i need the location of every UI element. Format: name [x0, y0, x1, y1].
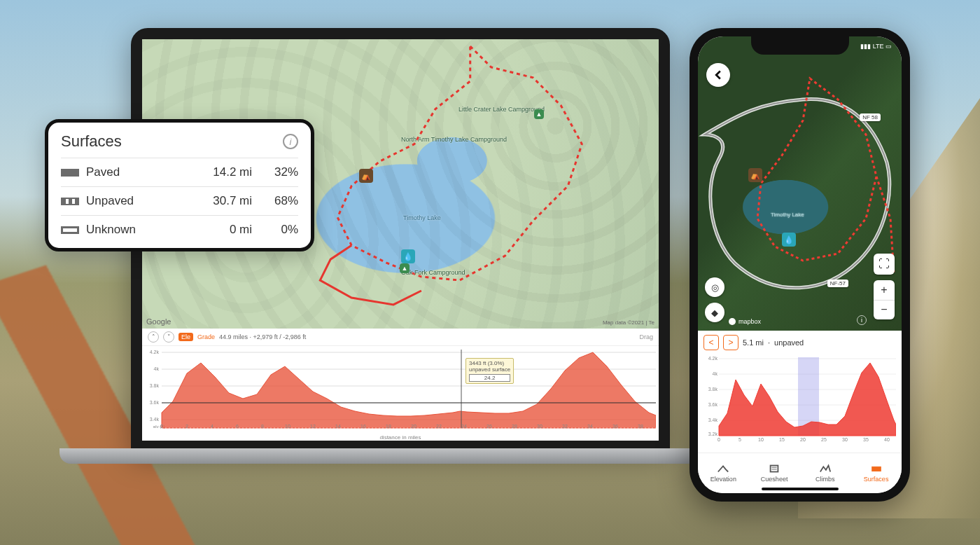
svg-text:30: 30 — [842, 437, 848, 442]
y-tick: 3.8k — [150, 383, 160, 388]
back-button[interactable] — [706, 63, 730, 87]
surface-label: Unknown — [86, 223, 192, 237]
campground-icon[interactable]: ▲ — [400, 263, 410, 273]
svg-text:40: 40 — [884, 437, 890, 442]
zoom-out-button[interactable]: − — [874, 300, 895, 320]
map-attribution-data: Map data ©2021 | Te — [603, 319, 654, 326]
surfaces-popup: Surfaces i Paved 14.2 mi 32% Unpaved 30.… — [45, 119, 314, 251]
surface-distance: 14.2 mi — [196, 165, 252, 179]
surface-row-unpaved: Unpaved 30.7 mi 68% — [61, 186, 298, 215]
surface-label: Unpaved — [86, 194, 192, 208]
svg-text:22: 22 — [436, 424, 442, 429]
chevron-down-icon[interactable]: ˅ — [163, 331, 174, 343]
elevation-toolbar: ˄ ˅ Ele Grade 44.9 miles · +2,979 ft / -… — [142, 329, 659, 346]
phone-elevation-panel: < > 5.1 mi · unpaved — [698, 331, 902, 453]
map-attribution-mapbox: mapbox — [729, 318, 761, 325]
svg-text:0: 0 — [160, 424, 163, 429]
svg-text:6: 6 — [236, 424, 239, 429]
chevron-left-icon — [713, 70, 723, 80]
phone-elevation-chart[interactable]: 4.2k 4k 3.8k 3.6k 3.4k 3.2k 0 5 10 15 — [704, 352, 896, 443]
road-label: NF-57 — [827, 280, 848, 287]
elevation-tooltip: 3443 ft (3.0%) unpaved surface 24.2 — [465, 358, 514, 384]
campground-icon[interactable]: ▲ — [534, 109, 544, 119]
segment-distance: 5.1 mi — [743, 338, 764, 347]
svg-text:20: 20 — [411, 424, 416, 429]
svg-text:4: 4 — [211, 424, 214, 429]
drag-hint: Drag — [639, 333, 653, 340]
chevron-up-icon[interactable]: ˄ — [148, 331, 159, 343]
elevation-panel: ˄ ˅ Ele Grade 44.9 miles · +2,979 ft / -… — [142, 329, 659, 441]
locate-button[interactable]: ◎ — [705, 277, 724, 297]
campground-label-little-crater: Little Crater Lake Campground — [458, 106, 545, 113]
ele-chip[interactable]: Ele — [178, 333, 193, 341]
prev-segment-button[interactable]: < — [704, 335, 719, 350]
map-attribution-google: Google — [146, 317, 171, 326]
elevation-icon — [717, 464, 729, 474]
surface-distance: 30.7 mi — [196, 194, 252, 208]
zoom-in-button[interactable]: + — [874, 280, 895, 300]
laptop-base — [59, 448, 746, 464]
svg-text:20: 20 — [800, 437, 806, 442]
phone-screen: ▮▮▮ LTE ▭ NF 58 NF-57 — [698, 36, 902, 493]
segment-stepper: < > 5.1 mi · unpaved — [704, 335, 896, 350]
phone-device: ▮▮▮ LTE ▭ NF 58 NF-57 — [690, 28, 910, 502]
svg-text:30: 30 — [537, 424, 542, 429]
unpaved-swatch-icon — [61, 198, 79, 205]
y-tick: 4k — [154, 366, 160, 371]
unknown-swatch-icon — [61, 226, 79, 234]
signal-icon: ▮▮▮ — [860, 43, 871, 50]
climbs-icon — [819, 464, 832, 474]
svg-text:15: 15 — [779, 437, 785, 442]
svg-text:38: 38 — [638, 424, 643, 429]
info-icon[interactable]: i — [283, 134, 298, 149]
home-indicator[interactable] — [762, 488, 839, 490]
elevation-chart[interactable]: 4.2k 4k 3.8k 3.6k 3.4k elv (ft) — [145, 345, 656, 429]
phone-notch — [751, 36, 849, 55]
y-tick: 3.6k — [150, 400, 160, 405]
svg-text:2: 2 — [186, 424, 188, 429]
svg-rect-48 — [771, 466, 778, 472]
map-info-icon[interactable]: i — [857, 315, 867, 325]
svg-text:5: 5 — [738, 437, 741, 442]
svg-text:3.4k: 3.4k — [708, 418, 718, 422]
tab-surfaces[interactable]: Surfaces — [850, 453, 902, 493]
water-icon[interactable]: 💧 — [401, 249, 415, 263]
svg-text:26: 26 — [486, 424, 492, 429]
road-label: NF 58 — [860, 113, 881, 121]
next-segment-button[interactable]: > — [723, 335, 738, 350]
svg-text:4k: 4k — [713, 371, 718, 376]
svg-text:8: 8 — [261, 424, 264, 429]
layers-button[interactable]: ◆ — [705, 303, 724, 322]
battery-icon: ▭ — [886, 43, 892, 50]
zoom-control: + − — [874, 280, 895, 319]
grade-chip[interactable]: Grade — [197, 333, 215, 340]
svg-text:28: 28 — [512, 424, 517, 429]
svg-text:3.6k: 3.6k — [708, 402, 718, 407]
tab-elevation[interactable]: Elevation — [698, 453, 749, 493]
tab-label: Surfaces — [864, 476, 889, 483]
hero-stage: Timothy Lake North Arm Timothy Lake Camp… — [0, 0, 980, 545]
svg-rect-51 — [872, 467, 881, 471]
camp-icon[interactable]: ⛺ — [748, 168, 762, 182]
svg-text:3.8k: 3.8k — [708, 387, 718, 392]
svg-text:10: 10 — [758, 437, 764, 442]
fullscreen-button[interactable]: ⛶ — [874, 254, 895, 275]
camp-icon[interactable]: ⛺ — [359, 169, 373, 183]
water-icon[interactable]: 💧 — [782, 233, 796, 247]
svg-text:10: 10 — [285, 424, 290, 429]
phone-route-map[interactable]: NF 58 NF-57 Timothy Lake ⛺ 💧 ◎ ◆ ⛶ + − m… — [698, 36, 902, 331]
tooltip-mile: 24.2 — [469, 374, 510, 382]
svg-text:16: 16 — [360, 424, 366, 429]
route-stats: 44.9 miles · +2,979 ft / -2,986 ft — [219, 333, 306, 340]
svg-text:36: 36 — [612, 424, 618, 429]
phone-lake-label: Timothy Lake — [771, 212, 804, 218]
surface-percent: 68% — [256, 194, 298, 208]
svg-text:35: 35 — [863, 437, 869, 442]
y-tick: 3.4k — [150, 417, 160, 422]
svg-text:12: 12 — [310, 424, 316, 429]
surfaces-icon — [870, 464, 883, 474]
x-axis-label: distance in miles — [142, 434, 659, 441]
svg-text:4.2k: 4.2k — [708, 356, 718, 361]
laptop-device: Timothy Lake North Arm Timothy Lake Camp… — [59, 28, 679, 504]
network-label: LTE — [873, 43, 884, 50]
